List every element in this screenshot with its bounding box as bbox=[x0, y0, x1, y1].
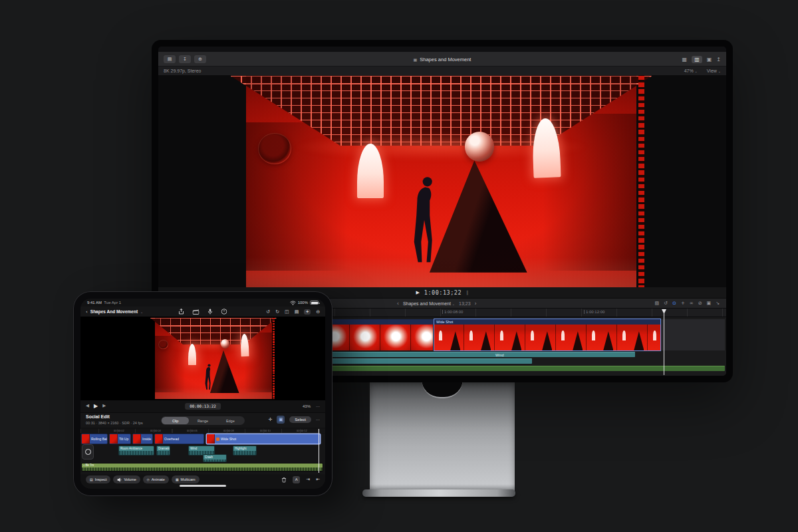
prev-project-button[interactable]: ‹ bbox=[397, 301, 399, 307]
captions-icon[interactable]: A bbox=[293, 476, 300, 483]
film-thumb bbox=[617, 325, 648, 350]
clip-wide-shot[interactable] bbox=[434, 325, 661, 350]
film-thumb bbox=[464, 325, 495, 350]
film-thumb bbox=[350, 325, 380, 350]
animate-button[interactable]: ◇Animate bbox=[143, 475, 169, 483]
timeline-empty-area bbox=[661, 319, 725, 350]
audio-clip-crash[interactable]: Crash bbox=[203, 454, 227, 462]
play-button[interactable]: ▶ bbox=[94, 403, 98, 409]
battery-icon bbox=[310, 301, 319, 305]
jog-icon[interactable]: ✛ bbox=[268, 417, 272, 422]
clip-inside[interactable]: Inside bbox=[132, 434, 153, 444]
ipad-timeline-ruler[interactable]: 00:00:02 00:00:04 00:00:06 00:00:08 00:0… bbox=[80, 429, 325, 433]
next-project-button[interactable]: › bbox=[475, 301, 477, 307]
trash-icon[interactable] bbox=[281, 477, 287, 483]
music-clip[interactable]: ♪ Bk Trx bbox=[81, 463, 323, 471]
wifi-icon bbox=[290, 301, 296, 305]
clip-overhead[interactable]: Overhead bbox=[154, 434, 204, 444]
import-button[interactable]: ↧ bbox=[179, 55, 191, 63]
project-meta: 00:31 · 3840 × 2160 · SDR · 24 fps bbox=[86, 421, 143, 425]
voiceover-record-button[interactable] bbox=[82, 444, 94, 460]
skip-back-button[interactable]: ◀ bbox=[86, 403, 89, 409]
audio-clip-dramatic[interactable]: Dramatic Swell bbox=[156, 446, 170, 456]
display-stand bbox=[370, 380, 515, 491]
edit-mode-segmented-control: Clip Range Edge bbox=[161, 416, 245, 425]
ruler-label: 1:00:08:00 bbox=[442, 310, 463, 314]
media-import-icon[interactable] bbox=[193, 309, 200, 315]
inspector-icon[interactable]: ▣ bbox=[707, 57, 712, 63]
viewer-zoom-level[interactable]: 43% bbox=[303, 404, 311, 408]
media-icon[interactable]: ▤ bbox=[295, 309, 299, 315]
mode-clip[interactable]: Clip bbox=[162, 417, 189, 424]
timeline-more-icon[interactable]: ··· bbox=[316, 418, 320, 422]
mode-range[interactable]: Range bbox=[189, 417, 216, 424]
insert-icon[interactable]: + bbox=[681, 301, 685, 306]
playhead[interactable] bbox=[664, 309, 664, 375]
back-button[interactable]: ‹ bbox=[86, 309, 88, 315]
viewer-view-menu[interactable]: View ⌄ bbox=[707, 68, 721, 73]
project-icon: ▦ bbox=[414, 57, 418, 62]
minimize-icon[interactable]: ↘ bbox=[716, 301, 720, 306]
title-chevron-icon[interactable]: ⌄ bbox=[140, 310, 143, 314]
select-button[interactable]: Select bbox=[289, 416, 311, 423]
multicam-icon: ▦ bbox=[176, 477, 179, 481]
multicam-button[interactable]: ▦Multicam bbox=[172, 475, 200, 483]
more-options-icon[interactable]: ··· bbox=[316, 404, 320, 408]
audio-meters-icon[interactable]: ‖ bbox=[466, 290, 469, 295]
append-icon[interactable]: ⇥ bbox=[306, 477, 310, 482]
stand-cable-notch bbox=[422, 380, 463, 398]
clip-rolling-ball[interactable]: Rolling Ball bbox=[81, 434, 108, 444]
status-time: 9:41 AM bbox=[87, 301, 102, 305]
clip-tilt-up[interactable]: Tilt Up bbox=[109, 434, 131, 444]
viewer-zoom-menu[interactable]: 47% ⌄ bbox=[684, 68, 698, 73]
ipad-nav-bar: ‹ Shapes And Movement ⌄ ↺ ↻ ◫ ▤ ✦ ⊖ bbox=[80, 307, 325, 317]
timeline-project-name[interactable]: Shapes and Movement ⌄ bbox=[403, 301, 455, 306]
project-name: Social Edit bbox=[86, 414, 110, 419]
audio-clip-highlight[interactable]: Highlight bbox=[233, 446, 257, 456]
audio-clip-wind[interactable]: Wind bbox=[493, 352, 635, 357]
inspect-button[interactable]: ▤Inspect bbox=[86, 475, 110, 483]
zoom-out-icon[interactable]: ⊖ bbox=[316, 309, 320, 315]
share-icon[interactable]: ↥ bbox=[716, 57, 721, 63]
enhance-icon[interactable]: ✦ bbox=[304, 309, 311, 315]
connect-icon[interactable]: ⊙ bbox=[672, 301, 676, 306]
media-browser-button[interactable]: ▤ bbox=[164, 55, 176, 63]
viewer-info-bar: 8K 29.97p, Stereo 47% ⌄ View ⌄ bbox=[158, 66, 726, 76]
browser-view-icon[interactable]: ▦ bbox=[682, 57, 688, 63]
undo-icon[interactable]: ↺ bbox=[266, 309, 270, 315]
ipad-bottom-toolbar: ▤Inspect Volume ◇Animate ▦Multicam A ⇥ ⇤ bbox=[80, 474, 325, 485]
ipad-timeline-tracks: Rolling Ball Tilt Up Inside Overhead Wid… bbox=[80, 434, 325, 474]
window-title: Shapes and Movement bbox=[420, 57, 471, 63]
ipad-playhead[interactable] bbox=[319, 429, 319, 473]
play-button[interactable]: ▶ bbox=[416, 290, 419, 295]
ipad: 9:41 AM Tue Apr 1 100% ‹ Shapes And Move… bbox=[73, 291, 332, 496]
film-thumb bbox=[525, 325, 556, 350]
dual-view-icon[interactable]: ◫ bbox=[285, 309, 289, 315]
timer-icon[interactable] bbox=[221, 309, 227, 315]
project-title[interactable]: Shapes And Movement bbox=[90, 309, 138, 314]
mic-icon[interactable] bbox=[208, 309, 213, 315]
film-thumb bbox=[380, 325, 411, 350]
redo-icon[interactable]: ↻ bbox=[275, 309, 279, 315]
viewer-canvas bbox=[158, 76, 726, 287]
status-date: Tue Apr 1 bbox=[104, 301, 121, 305]
clip-wide-shot-selected[interactable]: Wide Shot bbox=[206, 434, 321, 444]
audio-clip-room-ambiance[interactable]: Room Ambiance bbox=[118, 446, 154, 456]
effects-icon[interactable]: ▣ bbox=[707, 301, 712, 306]
skip-forward-button[interactable]: ▶ bbox=[102, 403, 106, 409]
index-icon[interactable]: ▧ bbox=[655, 301, 660, 306]
capture-button[interactable]: ⊕ bbox=[194, 55, 206, 63]
overwrite-icon[interactable]: ⇤ bbox=[316, 477, 320, 482]
mode-edge[interactable]: Edge bbox=[217, 417, 244, 424]
viewer-video bbox=[155, 318, 272, 399]
ipad-viewer bbox=[80, 317, 325, 400]
project-header: Social Edit 00:31 · 3840 × 2160 · SDR · … bbox=[80, 412, 325, 428]
timeline-view-icon[interactable]: ▥ bbox=[692, 56, 702, 63]
home-indicator[interactable] bbox=[180, 485, 226, 487]
volume-button[interactable]: Volume bbox=[113, 475, 140, 483]
retime-icon[interactable]: ↺ bbox=[664, 301, 668, 306]
loop-icon[interactable]: ∞ bbox=[690, 301, 694, 306]
trim-icon[interactable]: ⊘ bbox=[698, 301, 702, 306]
snapping-icon[interactable]: ▣ bbox=[277, 416, 285, 424]
share-icon[interactable] bbox=[179, 309, 184, 315]
